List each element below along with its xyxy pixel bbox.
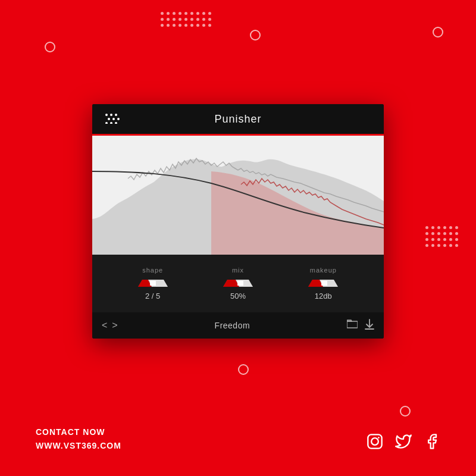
shape-knob[interactable]	[135, 277, 171, 288]
svg-point-8	[115, 122, 117, 124]
instagram-icon[interactable]	[367, 433, 383, 452]
makeup-knob[interactable]	[305, 277, 341, 288]
svg-point-5	[117, 118, 120, 120]
decorative-circle-4	[238, 364, 249, 375]
svg-point-0	[105, 114, 108, 116]
plugin-window: Punisher shape	[92, 104, 384, 339]
preset-navigation: < >	[102, 320, 118, 331]
dots-pattern-top	[161, 12, 211, 27]
preset-name: Freedom	[215, 321, 250, 330]
svg-rect-21	[321, 281, 327, 286]
svg-point-7	[110, 122, 112, 124]
mix-control: mix 50%	[220, 267, 256, 300]
makeup-control: makeup 12db	[305, 267, 341, 300]
plugin-header: Punisher	[92, 104, 384, 134]
svg-rect-24	[368, 434, 381, 448]
makeup-label: makeup	[310, 267, 337, 274]
dots-pattern-right	[425, 226, 458, 247]
decorative-circle-1	[45, 42, 55, 52]
plugin-logo	[104, 112, 126, 127]
svg-rect-22	[347, 321, 358, 328]
svg-point-4	[112, 118, 115, 120]
social-links	[367, 433, 440, 452]
plugin-footer: < > Freedom	[92, 312, 384, 339]
folder-icon[interactable]	[347, 319, 358, 333]
plugin-title: Punisher	[214, 113, 261, 126]
contact-info: CONTACT NOW WWW.VST369.COM	[36, 425, 121, 452]
svg-point-25	[371, 438, 378, 445]
mix-value: 50%	[230, 292, 246, 300]
contact-line1: CONTACT NOW	[36, 425, 121, 439]
facebook-icon[interactable]	[424, 433, 440, 452]
svg-rect-17	[237, 281, 243, 286]
prev-preset-button[interactable]: <	[102, 320, 107, 331]
shape-label: shape	[142, 267, 163, 274]
decorative-circle-3	[433, 27, 443, 37]
shape-value: 2 / 5	[145, 292, 160, 300]
svg-point-2	[115, 114, 117, 116]
svg-point-6	[105, 122, 108, 124]
controls-area: shape 2 / 5 mix	[92, 255, 384, 312]
save-icon[interactable]	[365, 319, 374, 333]
waveform-display	[92, 136, 384, 255]
svg-point-1	[110, 114, 112, 116]
makeup-value: 12db	[315, 292, 332, 300]
twitter-icon[interactable]	[395, 433, 412, 452]
footer-actions	[347, 319, 374, 333]
svg-point-3	[108, 118, 110, 120]
svg-point-26	[378, 437, 380, 439]
decorative-circle-5	[400, 406, 411, 416]
svg-rect-13	[150, 281, 156, 286]
shape-control: shape 2 / 5	[135, 267, 171, 300]
mix-label: mix	[232, 267, 244, 274]
decorative-circle-2	[250, 30, 261, 40]
contact-line2: WWW.VST369.COM	[36, 439, 121, 452]
next-preset-button[interactable]: >	[112, 320, 117, 331]
mix-knob[interactable]	[220, 277, 256, 288]
